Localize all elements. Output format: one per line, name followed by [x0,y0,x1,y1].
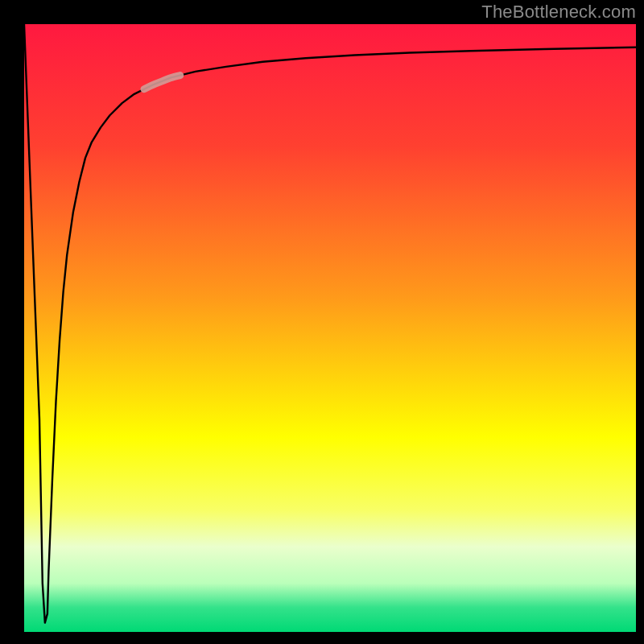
watermark-label: TheBottleneck.com [481,2,636,23]
chart-container: TheBottleneck.com [0,0,644,644]
gradient-background [24,24,636,632]
plot-area [24,24,636,632]
chart-svg [24,24,636,632]
